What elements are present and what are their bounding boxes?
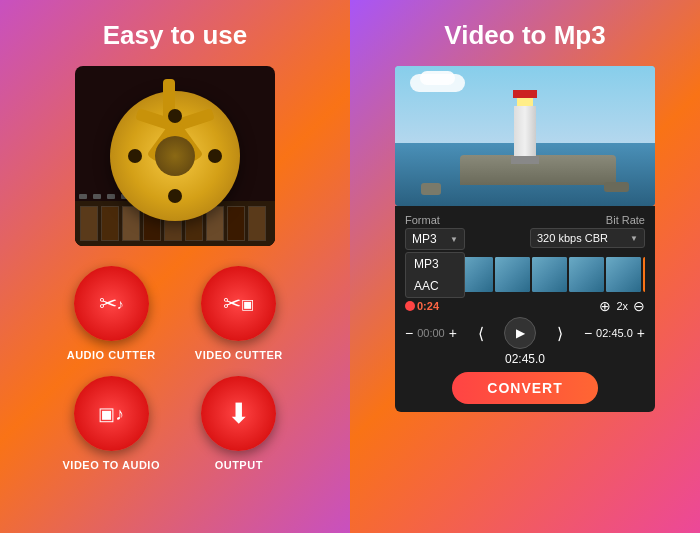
bitrate-dropdown-container[interactable]: 320 kbps CBR ▼ [530,228,645,248]
time-dot [405,301,415,311]
right-panel: Video to Mp3 [350,0,700,533]
timeline-controls: 0:24 ⊕ 2x ⊖ [405,298,645,314]
converter-panel: Format MP3 ▼ MP3 AAC Bit Rate 320 kb [395,206,655,412]
end-plus-button[interactable]: + [637,325,645,341]
start-minus-button[interactable]: − [405,325,413,341]
video-cutter-icon-circle: ✂▣ [201,266,276,341]
reel-outer [110,91,240,221]
format-bitrate-row: Format MP3 ▼ MP3 AAC Bit Rate 320 kb [405,214,645,250]
video-to-audio-button[interactable]: ▣♪ VIDEO TO AUDIO [55,376,168,471]
format-option-aac[interactable]: AAC [406,275,464,297]
format-label: Format [405,214,465,226]
playback-row: − 00:00 + ⟨ ▶ ⟩ − 02:45.0 + [405,317,645,349]
thumb-4 [532,257,567,292]
reel-center [155,136,195,176]
convert-button[interactable]: CONVERT [452,372,597,404]
output-button[interactable]: ⬇ OUTPUT [183,376,296,471]
feature-buttons-grid: ✂♪ AUDIO CUTTER ✂▣ VIDEO CUTTER ▣♪ VIDEO… [55,266,295,471]
zoom-controls: ⊕ 2x ⊖ [599,298,645,314]
left-title: Easy to use [103,20,248,51]
lighthouse-scene [395,66,655,206]
output-icon-circle: ⬇ [201,376,276,451]
bitrate-section: Bit Rate 320 kbps CBR ▼ [530,214,645,248]
zoom-out-button[interactable]: ⊖ [633,298,645,314]
end-time-display: 02:45.0 [596,327,633,339]
start-time-group: − 00:00 + [405,325,457,341]
audio-cutter-icon-circle: ✂♪ [74,266,149,341]
video-preview [395,66,655,206]
video-to-audio-icon-circle: ▣♪ [74,376,149,451]
format-dropdown-container[interactable]: MP3 ▼ MP3 AAC [405,228,465,250]
filmstrip-nav-right[interactable]: ► [643,257,645,292]
trim-right-button[interactable]: ⟩ [557,324,563,343]
start-time-display: 00:00 [417,327,445,339]
audio-cutter-label: AUDIO CUTTER [67,349,156,361]
end-minus-button[interactable]: − [584,325,592,341]
video-to-audio-label: VIDEO TO AUDIO [63,459,160,471]
output-label: OUTPUT [215,459,263,471]
trim-left-button[interactable]: ⟨ [478,324,484,343]
thumb-3 [495,257,530,292]
play-button[interactable]: ▶ [504,317,536,349]
video-cutter-button[interactable]: ✂▣ VIDEO CUTTER [183,266,296,361]
end-time-group: − 02:45.0 + [584,325,645,341]
format-options-popup: MP3 AAC [405,252,465,298]
time-marker: 0:24 [405,300,439,312]
format-select[interactable]: MP3 ▼ [405,228,465,250]
zoom-level: 2x [616,300,628,312]
format-section: Format MP3 ▼ MP3 AAC [405,214,465,250]
duration-display: 02:45.0 [405,352,645,366]
format-option-mp3[interactable]: MP3 [406,253,464,275]
film-reel-illustration [75,66,275,246]
bitrate-value-text: 320 kbps CBR [537,232,608,244]
zoom-in-button[interactable]: ⊕ [599,298,611,314]
format-arrow-icon: ▼ [450,235,458,244]
thumb-5 [569,257,604,292]
bitrate-label: Bit Rate [606,214,645,226]
start-plus-button[interactable]: + [449,325,457,341]
thumb-6 [606,257,641,292]
film-reel [110,91,240,221]
bitrate-arrow-icon: ▼ [630,234,638,243]
audio-cutter-button[interactable]: ✂♪ AUDIO CUTTER [55,266,168,361]
video-cutter-label: VIDEO CUTTER [195,349,283,361]
left-panel: Easy to use [0,0,350,533]
lighthouse [511,90,539,164]
bitrate-select[interactable]: 320 kbps CBR ▼ [530,228,645,248]
format-value: MP3 [412,232,437,246]
right-title: Video to Mp3 [444,20,605,51]
current-time-display: 0:24 [417,300,439,312]
